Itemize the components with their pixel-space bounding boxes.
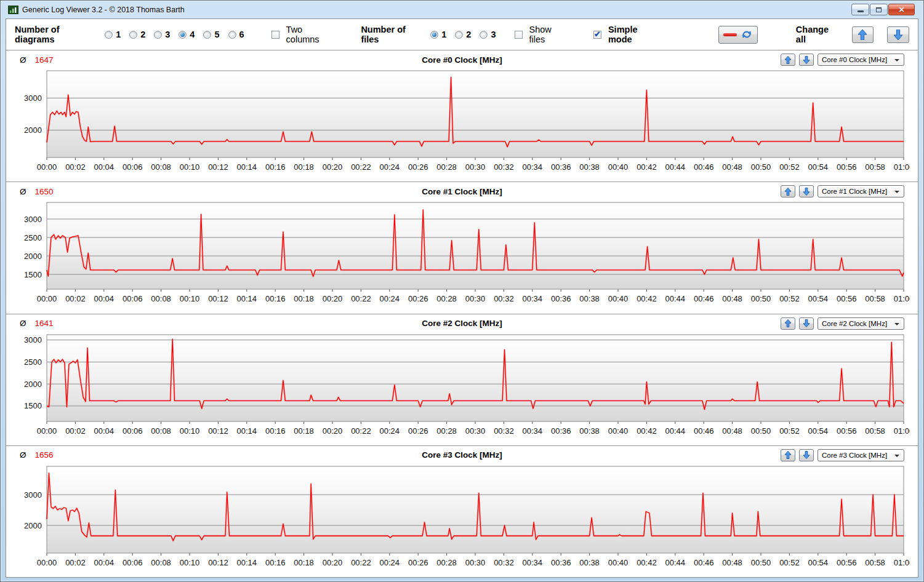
change-all-up-button[interactable] xyxy=(852,26,874,43)
svg-text:00:40: 00:40 xyxy=(608,294,629,303)
diagrams-radio-1[interactable]: 1 xyxy=(105,30,121,39)
arrow-down-icon xyxy=(803,56,810,64)
svg-text:00:48: 00:48 xyxy=(722,426,742,436)
two-columns-checkbox[interactable]: Two columns xyxy=(271,25,334,44)
diagrams-radio-4-selected[interactable]: 4 xyxy=(179,30,195,39)
svg-text:00:46: 00:46 xyxy=(694,558,714,567)
move-up-button[interactable] xyxy=(781,54,795,66)
svg-text:00:36: 00:36 xyxy=(551,294,571,303)
svg-text:00:34: 00:34 xyxy=(523,426,543,436)
chart-canvas-core0: 2000300000:0000:0200:0400:0600:0800:1000… xyxy=(12,68,910,176)
svg-text:00:52: 00:52 xyxy=(779,558,800,567)
svg-text:00:38: 00:38 xyxy=(579,558,600,567)
svg-text:00:36: 00:36 xyxy=(551,426,571,436)
svg-text:00:24: 00:24 xyxy=(380,294,400,303)
metric-dropdown-value: Core #1 Clock [MHz] xyxy=(822,188,887,195)
metric-dropdown-value: Core #0 Clock [MHz] xyxy=(822,56,887,63)
svg-text:00:16: 00:16 xyxy=(265,558,286,567)
average-value: 1656 xyxy=(35,450,54,460)
svg-text:2000: 2000 xyxy=(24,520,42,530)
move-up-button[interactable] xyxy=(781,185,795,197)
title-bar[interactable]: Generic Log Viewer 3.2 - © 2018 Thomas B… xyxy=(6,1,918,18)
checkbox-icon xyxy=(515,31,523,39)
svg-text:00:08: 00:08 xyxy=(151,294,171,303)
window-content: Number of diagrams 1 2 3 4 5 6 Two colum… xyxy=(6,18,918,578)
files-label: Number of files xyxy=(361,25,422,44)
simple-mode-checkbox[interactable]: Simple mode xyxy=(593,25,659,44)
svg-text:00:32: 00:32 xyxy=(494,162,514,172)
metric-dropdown-value: Core #3 Clock [MHz] xyxy=(822,452,887,459)
svg-text:00:58: 00:58 xyxy=(865,294,885,303)
move-down-button[interactable] xyxy=(799,449,814,461)
arrow-up-icon xyxy=(785,188,791,196)
files-radio-1-selected[interactable]: 1 xyxy=(430,30,446,39)
svg-text:00:52: 00:52 xyxy=(779,162,800,172)
svg-text:00:04: 00:04 xyxy=(94,558,114,567)
svg-text:00:58: 00:58 xyxy=(865,426,885,436)
svg-text:00:10: 00:10 xyxy=(180,426,200,436)
diagrams-radio-5[interactable]: 5 xyxy=(203,30,219,39)
svg-text:00:18: 00:18 xyxy=(294,294,314,303)
metric-dropdown[interactable]: Core #2 Clock [MHz] xyxy=(818,317,904,330)
chart-panel-core2: Ø1641 Core #2 Clock [MHz] Core #2 Clock … xyxy=(6,314,918,445)
svg-text:00:54: 00:54 xyxy=(808,294,829,303)
svg-text:00:52: 00:52 xyxy=(779,426,800,436)
close-icon: ✕ xyxy=(898,6,904,14)
radio-selected-icon xyxy=(179,31,187,39)
svg-text:00:30: 00:30 xyxy=(465,426,486,436)
radio-icon xyxy=(455,31,463,39)
arrow-up-icon xyxy=(785,319,791,327)
svg-text:00:30: 00:30 xyxy=(465,294,486,303)
svg-text:00:50: 00:50 xyxy=(751,558,771,567)
svg-text:00:06: 00:06 xyxy=(123,558,143,567)
arrow-up-icon xyxy=(785,451,791,459)
move-down-button[interactable] xyxy=(799,317,814,330)
maximize-button[interactable] xyxy=(870,4,888,15)
svg-text:00:28: 00:28 xyxy=(436,294,457,303)
svg-text:2000: 2000 xyxy=(24,252,42,261)
svg-text:00:26: 00:26 xyxy=(408,162,428,172)
files-radio-3[interactable]: 3 xyxy=(480,30,496,39)
show-files-checkbox[interactable]: Show files xyxy=(515,25,566,44)
metric-dropdown[interactable]: Core #1 Clock [MHz] xyxy=(818,185,904,197)
close-button[interactable]: ✕ xyxy=(888,4,915,15)
change-all-down-button[interactable] xyxy=(887,26,909,43)
svg-text:00:12: 00:12 xyxy=(208,426,228,436)
svg-text:00:56: 00:56 xyxy=(837,426,857,436)
svg-text:00:08: 00:08 xyxy=(151,162,171,172)
move-up-button[interactable] xyxy=(781,317,795,330)
minimize-button[interactable] xyxy=(851,4,869,15)
svg-text:00:06: 00:06 xyxy=(123,426,143,436)
move-down-button[interactable] xyxy=(799,54,814,66)
svg-text:00:30: 00:30 xyxy=(465,558,486,567)
metric-dropdown-value: Core #2 Clock [MHz] xyxy=(822,320,887,327)
svg-text:00:48: 00:48 xyxy=(722,558,742,567)
svg-text:00:00: 00:00 xyxy=(37,162,57,172)
diagrams-radio-2[interactable]: 2 xyxy=(129,30,145,39)
svg-text:00:54: 00:54 xyxy=(808,558,829,567)
radio-selected-icon xyxy=(430,31,438,39)
svg-text:00:42: 00:42 xyxy=(637,162,657,172)
metric-dropdown[interactable]: Core #0 Clock [MHz] xyxy=(818,54,904,66)
app-window: Generic Log Viewer 3.2 - © 2018 Thomas B… xyxy=(0,0,924,582)
svg-text:00:28: 00:28 xyxy=(436,426,457,436)
move-down-button[interactable] xyxy=(799,185,814,197)
reset-zoom-button[interactable] xyxy=(718,26,758,44)
svg-text:00:44: 00:44 xyxy=(665,294,686,303)
svg-text:00:20: 00:20 xyxy=(323,558,343,567)
svg-text:00:56: 00:56 xyxy=(837,162,857,172)
svg-text:00:12: 00:12 xyxy=(208,558,228,567)
chart-canvas-core1: 150020002500300000:0000:0200:0400:0600:0… xyxy=(12,199,910,308)
files-radio-2[interactable]: 2 xyxy=(455,30,471,39)
move-up-button[interactable] xyxy=(781,449,795,461)
checkbox-icon xyxy=(271,31,279,39)
diagrams-radio-6[interactable]: 6 xyxy=(228,30,244,39)
svg-text:00:50: 00:50 xyxy=(751,294,771,303)
metric-dropdown[interactable]: Core #3 Clock [MHz] xyxy=(818,449,904,461)
diagrams-radio-3[interactable]: 3 xyxy=(154,30,170,39)
svg-text:00:24: 00:24 xyxy=(380,162,400,172)
chart-title: Core #0 Clock [MHz] xyxy=(422,55,502,65)
svg-text:00:18: 00:18 xyxy=(294,162,314,172)
svg-text:00:32: 00:32 xyxy=(494,426,514,436)
svg-text:00:36: 00:36 xyxy=(551,162,571,172)
